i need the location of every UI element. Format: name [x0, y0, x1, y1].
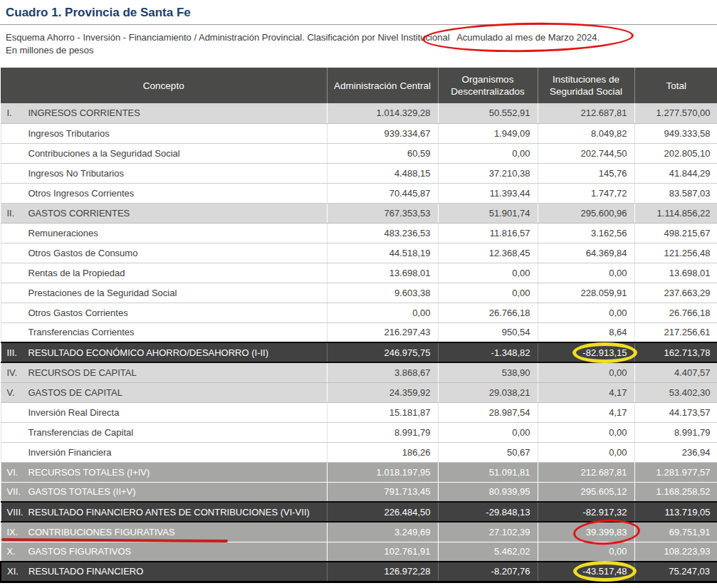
value-cell: 26.766,18	[438, 303, 538, 322]
value-text: 26.766,18	[669, 308, 711, 318]
value-text: 44.173,57	[669, 407, 711, 418]
value-cell: 44.173,57	[634, 402, 717, 422]
report-page: Cuadro 1. Provincia de Santa Fe Esquema …	[0, 0, 717, 588]
value-cell: 0,00	[327, 303, 438, 322]
value-text: -8.207,76	[491, 566, 530, 577]
value-cell: -82.917,32	[538, 502, 634, 522]
value-cell: 8.991,79	[634, 422, 717, 442]
value-text: 162.713,78	[664, 347, 710, 358]
header-organismos-descentralizados: Organismos Descentralizados	[438, 68, 538, 103]
value-cell: 0,00	[438, 422, 538, 442]
value-cell: 37.210,38	[438, 163, 538, 183]
row-label: RECURSOS TOTALES (I+IV)	[28, 467, 150, 478]
value-cell: 1.949,09	[438, 123, 538, 143]
concept-cell: Rentas de la Propiedad	[1, 263, 327, 283]
units-text: En millones de pesos	[6, 44, 711, 56]
value-text: 26.766,18	[489, 308, 530, 318]
concept-cell: IV.RECURSOS DE CAPITAL	[1, 362, 327, 382]
row-numeral: V.	[7, 387, 28, 398]
value-cell: 202.744,50	[538, 143, 634, 163]
value-text: 8.991,79	[674, 427, 711, 438]
row-numeral: IX.	[7, 527, 28, 537]
value-cell: 5.462,02	[438, 542, 538, 562]
subtitle-line: Esquema Ahorro - Inversión - Financiamie…	[6, 31, 711, 43]
row-label: RESULTADO ECONÓMICO AHORRO/DESAHORRO (I-…	[28, 347, 269, 358]
value-text: 0,00	[512, 288, 530, 298]
value-text: 949.333,58	[664, 128, 710, 139]
value-cell: 212.687,81	[538, 462, 634, 482]
value-text: 60,59	[407, 148, 431, 159]
value-text: 0,00	[609, 308, 627, 318]
value-cell: 44.518,19	[327, 243, 438, 263]
row-label: GASTOS TOTALES (II+V)	[28, 486, 136, 497]
table-row: Ingresos No Tributarios4.488,1537.210,38…	[1, 163, 717, 183]
value-cell: 4,17	[538, 402, 634, 422]
table-row: Remuneraciones483.236,5311.816,573.162,5…	[1, 223, 717, 243]
value-cell: 8.049,82	[538, 123, 634, 143]
row-numeral: VI.	[7, 467, 28, 478]
header-administracion-central: Administración Central	[327, 68, 438, 103]
concept-cell: X.GASTOS FIGURATIVOS	[1, 542, 327, 562]
concept-cell: Prestaciones de la Seguridad Social	[1, 283, 327, 303]
table-row: III.RESULTADO ECONÓMICO AHORRO/DESAHORRO…	[1, 342, 717, 362]
value-text: 50,67	[507, 447, 530, 458]
concept-cell: Transferencias Corrientes	[1, 322, 327, 342]
table-row: Inversión Financiera186,2650,670,00236,9…	[1, 442, 717, 462]
header-instituciones-seguridad-social: Instituciones de Seguridad Social	[538, 68, 634, 103]
value-text: 39.399,83	[586, 527, 627, 537]
value-cell: 0,00	[538, 362, 634, 382]
value-cell: 0,00	[438, 143, 538, 163]
subtitle-text: Esquema Ahorro - Inversión - Financiamie…	[6, 32, 450, 43]
value-cell: -82.913,15	[538, 342, 634, 362]
concept-cell: Otros Gastos de Consumo	[1, 243, 327, 263]
value-text: 0,00	[609, 427, 627, 438]
value-cell: 212.687,81	[538, 103, 634, 123]
value-text: 3.868,67	[394, 367, 431, 378]
value-text: 8,64	[609, 327, 627, 337]
value-cell: 50,67	[438, 442, 538, 462]
value-text: 295.600,96	[580, 208, 627, 219]
row-label: GASTOS FIGURATIVOS	[28, 546, 132, 557]
row-numeral: VII.	[7, 486, 28, 497]
value-text: 939.334,67	[384, 128, 430, 139]
value-text: 70.445,87	[389, 188, 431, 199]
value-text: 121.256,48	[664, 248, 710, 258]
value-text: 791.713,45	[384, 486, 430, 497]
value-cell: 228.059,91	[538, 283, 634, 303]
table-row: II.GASTOS CORRIENTES767.353,5351.901,742…	[1, 203, 717, 223]
value-text: 1.114.856,22	[657, 208, 711, 219]
row-label: Ingresos No Tributarios	[28, 168, 124, 179]
value-cell: 216.297,43	[327, 322, 438, 342]
row-label: INGRESOS CORRIENTES	[28, 107, 140, 118]
value-cell: 50.552,91	[438, 103, 538, 123]
value-cell: 1.747,72	[538, 183, 634, 203]
value-cell: 108.223,93	[634, 542, 717, 562]
value-text: 1.018.197,95	[377, 467, 431, 478]
table-header: Concepto Administración Central Organism…	[1, 68, 717, 103]
value-cell: 483.236,53	[327, 223, 438, 243]
row-label: CONTRIBUCIONES FIGURATIVAS	[28, 527, 175, 537]
value-cell: 75.247,03	[634, 562, 717, 582]
concept-cell: I.INGRESOS CORRIENTES	[1, 103, 327, 123]
row-label: Rentas de la Propiedad	[28, 268, 125, 278]
value-cell: 121.256,48	[634, 243, 717, 263]
header-row: Concepto Administración Central Organism…	[1, 68, 717, 103]
value-cell: 217.256,61	[634, 322, 717, 342]
row-label: Inversión Financiera	[28, 447, 112, 458]
value-cell: 1.168.258,52	[634, 482, 717, 502]
value-cell: 64.369,84	[538, 243, 634, 263]
value-text: 28.987,54	[489, 407, 530, 418]
table-row: I.INGRESOS CORRIENTES1.014.329,2850.552,…	[1, 103, 717, 123]
table-row: Otros Gastos de Consumo44.518,1912.368,4…	[1, 243, 717, 263]
value-cell: 3.868,67	[327, 362, 438, 382]
value-cell: 0,00	[438, 283, 538, 303]
row-numeral: III.	[7, 347, 28, 358]
row-numeral: II.	[7, 208, 28, 219]
value-text: 41.844,29	[669, 168, 711, 179]
value-cell: 29.038,21	[438, 382, 538, 402]
value-cell: 295.600,96	[538, 203, 634, 223]
value-cell: 51.091,81	[438, 462, 538, 482]
table-row: VII.GASTOS TOTALES (II+V)791.713,4580.93…	[1, 482, 717, 502]
concept-cell: XI.RESULTADO FINANCIERO	[1, 562, 327, 582]
table-row: X.GASTOS FIGURATIVOS102.761,915.462,020,…	[1, 542, 717, 562]
